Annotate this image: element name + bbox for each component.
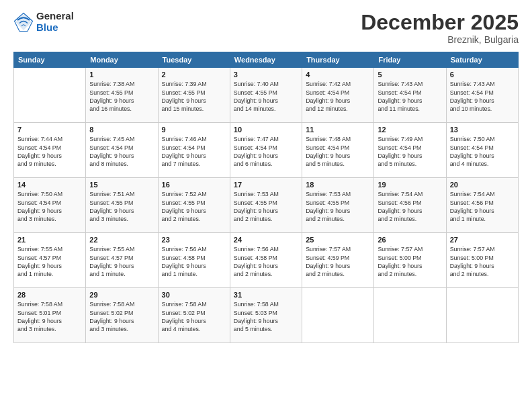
day-number: 31	[234, 291, 298, 299]
cell-w1-d2: 9Sunrise: 7:46 AM Sunset: 4:54 PM Daylig…	[158, 123, 230, 178]
cell-w3-d6: 27Sunrise: 7:57 AM Sunset: 5:00 PM Dayli…	[446, 233, 518, 288]
logo: General Blue	[13, 11, 74, 33]
day-info: Sunrise: 7:43 AM Sunset: 4:54 PM Dayligh…	[378, 80, 442, 113]
day-number: 18	[306, 181, 370, 189]
cell-w3-d3: 24Sunrise: 7:56 AM Sunset: 4:58 PM Dayli…	[230, 233, 302, 288]
page: General Blue December 2025 Breznik, Bulg…	[0, 0, 532, 411]
day-info: Sunrise: 7:54 AM Sunset: 4:56 PM Dayligh…	[378, 190, 442, 223]
day-info: Sunrise: 7:44 AM Sunset: 4:54 PM Dayligh…	[17, 135, 82, 168]
day-number: 9	[162, 126, 226, 134]
cell-w2-d5: 19Sunrise: 7:54 AM Sunset: 4:56 PM Dayli…	[374, 178, 446, 233]
cell-w0-d2: 2Sunrise: 7:39 AM Sunset: 4:55 PM Daylig…	[158, 68, 230, 123]
cell-w1-d1: 8Sunrise: 7:45 AM Sunset: 4:54 PM Daylig…	[86, 123, 158, 178]
header: General Blue December 2025 Breznik, Bulg…	[13, 11, 519, 45]
day-info: Sunrise: 7:42 AM Sunset: 4:54 PM Dayligh…	[306, 80, 370, 113]
header-thursday: Thursday	[302, 52, 374, 68]
day-number: 15	[89, 181, 154, 189]
day-info: Sunrise: 7:55 AM Sunset: 4:57 PM Dayligh…	[17, 245, 82, 278]
cell-w1-d5: 12Sunrise: 7:49 AM Sunset: 4:54 PM Dayli…	[374, 123, 446, 178]
cell-w2-d2: 16Sunrise: 7:52 AM Sunset: 4:55 PM Dayli…	[158, 178, 230, 233]
cell-w3-d4: 25Sunrise: 7:57 AM Sunset: 4:59 PM Dayli…	[302, 233, 374, 288]
cell-w4-d1: 29Sunrise: 7:58 AM Sunset: 5:02 PM Dayli…	[86, 288, 158, 343]
calendar-header: Sunday Monday Tuesday Wednesday Thursday…	[14, 52, 519, 68]
calendar-body: 1Sunrise: 7:38 AM Sunset: 4:55 PM Daylig…	[14, 68, 519, 343]
cell-w1-d3: 10Sunrise: 7:47 AM Sunset: 4:54 PM Dayli…	[230, 123, 302, 178]
cell-w0-d5: 5Sunrise: 7:43 AM Sunset: 4:54 PM Daylig…	[374, 68, 446, 123]
day-number: 21	[17, 236, 82, 244]
cell-w4-d3: 31Sunrise: 7:58 AM Sunset: 5:03 PM Dayli…	[230, 288, 302, 343]
day-number: 30	[162, 291, 226, 299]
cell-w0-d1: 1Sunrise: 7:38 AM Sunset: 4:55 PM Daylig…	[86, 68, 158, 123]
header-monday: Monday	[86, 52, 158, 68]
day-number: 10	[234, 126, 298, 134]
day-info: Sunrise: 7:57 AM Sunset: 5:00 PM Dayligh…	[378, 245, 442, 278]
day-info: Sunrise: 7:47 AM Sunset: 4:54 PM Dayligh…	[234, 135, 298, 168]
day-info: Sunrise: 7:45 AM Sunset: 4:54 PM Dayligh…	[89, 135, 154, 168]
cell-w2-d1: 15Sunrise: 7:51 AM Sunset: 4:55 PM Dayli…	[86, 178, 158, 233]
day-info: Sunrise: 7:50 AM Sunset: 4:54 PM Dayligh…	[17, 190, 82, 223]
day-info: Sunrise: 7:58 AM Sunset: 5:02 PM Dayligh…	[162, 300, 226, 333]
cell-w1-d0: 7Sunrise: 7:44 AM Sunset: 4:54 PM Daylig…	[14, 123, 86, 178]
day-number: 19	[378, 181, 442, 189]
location: Breznik, Bulgaria	[361, 34, 519, 45]
day-info: Sunrise: 7:53 AM Sunset: 4:55 PM Dayligh…	[306, 190, 370, 223]
header-saturday: Saturday	[446, 52, 518, 68]
day-info: Sunrise: 7:40 AM Sunset: 4:55 PM Dayligh…	[234, 80, 298, 113]
header-sunday: Sunday	[14, 52, 86, 68]
logo-blue-text: Blue	[36, 22, 74, 34]
week-row-3: 21Sunrise: 7:55 AM Sunset: 4:57 PM Dayli…	[14, 233, 519, 288]
day-number: 8	[89, 126, 154, 134]
day-number: 6	[450, 71, 515, 79]
cell-w0-d4: 4Sunrise: 7:42 AM Sunset: 4:54 PM Daylig…	[302, 68, 374, 123]
day-info: Sunrise: 7:52 AM Sunset: 4:55 PM Dayligh…	[162, 190, 226, 223]
day-number: 24	[234, 236, 298, 244]
week-row-1: 7Sunrise: 7:44 AM Sunset: 4:54 PM Daylig…	[14, 123, 519, 178]
day-info: Sunrise: 7:48 AM Sunset: 4:54 PM Dayligh…	[306, 135, 370, 168]
cell-w4-d4	[302, 288, 374, 343]
day-info: Sunrise: 7:57 AM Sunset: 4:59 PM Dayligh…	[306, 245, 370, 278]
cell-w1-d6: 13Sunrise: 7:50 AM Sunset: 4:54 PM Dayli…	[446, 123, 518, 178]
day-number: 25	[306, 236, 370, 244]
day-info: Sunrise: 7:58 AM Sunset: 5:01 PM Dayligh…	[17, 300, 82, 333]
day-info: Sunrise: 7:55 AM Sunset: 4:57 PM Dayligh…	[89, 245, 154, 278]
day-info: Sunrise: 7:39 AM Sunset: 4:55 PM Dayligh…	[162, 80, 226, 113]
day-number: 26	[378, 236, 442, 244]
day-number: 14	[17, 181, 82, 189]
header-tuesday: Tuesday	[158, 52, 230, 68]
day-info: Sunrise: 7:53 AM Sunset: 4:55 PM Dayligh…	[234, 190, 298, 223]
day-info: Sunrise: 7:56 AM Sunset: 4:58 PM Dayligh…	[234, 245, 298, 278]
day-info: Sunrise: 7:58 AM Sunset: 5:02 PM Dayligh…	[89, 300, 154, 333]
day-info: Sunrise: 7:58 AM Sunset: 5:03 PM Dayligh…	[234, 300, 298, 333]
day-number: 7	[17, 126, 82, 134]
week-row-0: 1Sunrise: 7:38 AM Sunset: 4:55 PM Daylig…	[14, 68, 519, 123]
cell-w4-d5	[374, 288, 446, 343]
header-wednesday: Wednesday	[230, 52, 302, 68]
week-row-4: 28Sunrise: 7:58 AM Sunset: 5:01 PM Dayli…	[14, 288, 519, 343]
day-number: 20	[450, 181, 515, 189]
cell-w0-d0	[14, 68, 86, 123]
day-number: 22	[89, 236, 154, 244]
cell-w4-d6	[446, 288, 518, 343]
cell-w2-d3: 17Sunrise: 7:53 AM Sunset: 4:55 PM Dayli…	[230, 178, 302, 233]
header-friday: Friday	[374, 52, 446, 68]
day-number: 2	[162, 71, 226, 79]
title-block: December 2025 Breznik, Bulgaria	[361, 11, 519, 45]
cell-w2-d0: 14Sunrise: 7:50 AM Sunset: 4:54 PM Dayli…	[14, 178, 86, 233]
day-info: Sunrise: 7:57 AM Sunset: 5:00 PM Dayligh…	[450, 245, 515, 278]
logo-general-text: General	[36, 11, 74, 22]
day-info: Sunrise: 7:38 AM Sunset: 4:55 PM Dayligh…	[89, 80, 154, 113]
logo-text: General Blue	[36, 11, 74, 33]
cell-w4-d0: 28Sunrise: 7:58 AM Sunset: 5:01 PM Dayli…	[14, 288, 86, 343]
day-number: 5	[378, 71, 442, 79]
day-number: 13	[450, 126, 515, 134]
day-number: 16	[162, 181, 226, 189]
cell-w2-d4: 18Sunrise: 7:53 AM Sunset: 4:55 PM Dayli…	[302, 178, 374, 233]
cell-w3-d0: 21Sunrise: 7:55 AM Sunset: 4:57 PM Dayli…	[14, 233, 86, 288]
day-number: 11	[306, 126, 370, 134]
day-number: 29	[89, 291, 154, 299]
cell-w1-d4: 11Sunrise: 7:48 AM Sunset: 4:54 PM Dayli…	[302, 123, 374, 178]
day-info: Sunrise: 7:51 AM Sunset: 4:55 PM Dayligh…	[89, 190, 154, 223]
day-number: 12	[378, 126, 442, 134]
day-number: 28	[17, 291, 82, 299]
day-number: 17	[234, 181, 298, 189]
